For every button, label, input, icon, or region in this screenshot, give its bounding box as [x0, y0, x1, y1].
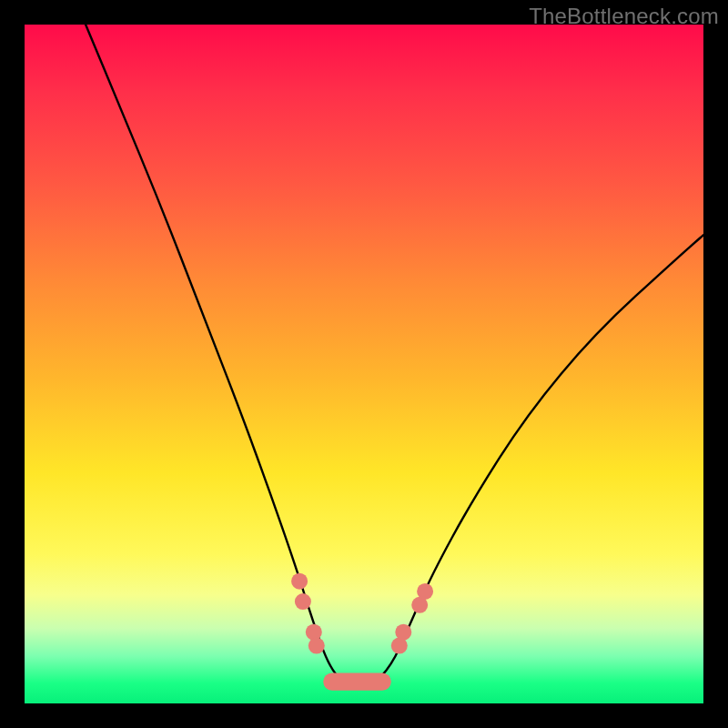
chart-overlay — [25, 25, 703, 703]
valley-markers — [291, 573, 433, 691]
valley-dot — [417, 583, 433, 600]
valley-bar — [323, 672, 391, 690]
valley-dot — [291, 573, 308, 590]
valley-dot — [295, 593, 311, 610]
valley-dot — [395, 624, 411, 641]
chart-frame: TheBottleneck.com — [0, 0, 728, 728]
valley-dot — [308, 638, 325, 654]
bottleneck-curve — [86, 25, 703, 688]
valley-dot — [306, 624, 322, 641]
watermark-text: TheBottleneck.com — [529, 4, 719, 29]
